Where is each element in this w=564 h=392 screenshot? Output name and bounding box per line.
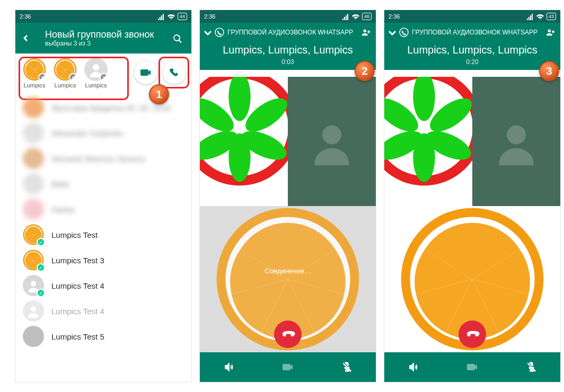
step-badge-1: 1 — [149, 84, 169, 104]
call-toolbar — [200, 352, 376, 382]
chip-name: Lumpics — [55, 82, 76, 88]
wifi-icon — [351, 13, 360, 20]
battery-level: 43 — [547, 13, 556, 20]
avatar-placeholder-icon — [492, 118, 540, 165]
screen-call-connecting: 2:36 46 ГРУППОВОЙ АУДИОЗВОНОК WHATSAPP L… — [199, 10, 376, 382]
list-item[interactable]: Dasha — [15, 197, 191, 222]
battery-level: 46 — [362, 13, 372, 20]
call-toolbar — [384, 352, 560, 382]
status-time: 2:36 — [204, 13, 215, 20]
selected-chip[interactable]: ✕ Lumpics — [21, 58, 48, 88]
check-icon: ✓ — [37, 238, 45, 246]
wifi-icon — [536, 13, 544, 20]
status-bar: 2:36 43 — [384, 10, 560, 23]
avatar-placeholder-icon — [308, 118, 356, 165]
connecting-label: Соединение… — [265, 266, 311, 274]
speaker-button[interactable] — [220, 358, 238, 376]
wifi-icon — [167, 13, 175, 20]
list-item[interactable]: Alexandr Beerose Луганск — [15, 146, 191, 171]
participants-names: Lumpics, Lumpics, Lumpics — [384, 44, 560, 56]
list-item[interactable]: ✓Lumpics Test 3 — [15, 247, 191, 273]
chevron-down-icon[interactable] — [204, 29, 212, 36]
remove-icon[interactable]: ✕ — [38, 73, 46, 81]
chevron-down-icon[interactable] — [389, 29, 396, 36]
check-icon: ✓ — [37, 289, 45, 297]
video-toggle-button[interactable] — [463, 358, 481, 376]
call-type-label: ГРУППОВОЙ АУДИОЗВОНОК WHATSAPP — [227, 29, 358, 36]
remove-icon[interactable]: ✕ — [100, 73, 108, 81]
chip-name: Lumpics — [85, 82, 107, 88]
check-icon: ✓ — [37, 263, 45, 272]
participants-names: Lumpics, Lumpics, Lumpics — [200, 44, 376, 56]
call-type-label: ГРУППОВОЙ АУДИОЗВОНОК WHATSAPP — [412, 29, 542, 36]
participant-tile — [472, 77, 560, 206]
participant-tile — [384, 206, 560, 352]
status-bar: 2:36 46 — [200, 10, 376, 23]
signal-icon — [157, 13, 165, 20]
list-item[interactable]: Lumpics Test 4 — [15, 298, 191, 324]
audio-call-button[interactable] — [163, 61, 186, 84]
step-badge-2: 2 — [355, 61, 375, 81]
contact-list[interactable]: Ярослава Кредитка 05. 03. 2018 Alexander… — [15, 95, 191, 382]
avatar-green-red-icon — [200, 77, 288, 188]
speaker-button[interactable] — [404, 358, 422, 376]
add-participant-icon[interactable] — [361, 28, 372, 37]
whatsapp-icon — [215, 28, 224, 37]
mute-button[interactable] — [522, 358, 540, 376]
hangup-button[interactable] — [459, 320, 486, 348]
chip-name: Lumpics — [24, 82, 46, 88]
call-timer: 0:03 — [200, 58, 376, 66]
list-item[interactable]: Bella — [15, 171, 191, 197]
call-grid: Соединение… — [200, 77, 376, 352]
header: Новый групповой звонок выбраны 3 из 3 — [15, 23, 191, 54]
list-item[interactable]: Lumpics Test 5 — [15, 324, 191, 349]
call-status-row: ГРУППОВОЙ АУДИОЗВОНОК WHATSAPP — [384, 23, 560, 42]
participant-tile — [200, 77, 288, 206]
mute-button[interactable] — [338, 358, 356, 376]
avatar-placeholder-icon — [27, 304, 40, 318]
back-button[interactable] — [19, 29, 37, 47]
participant-tile — [288, 77, 376, 206]
video-toggle-button[interactable] — [279, 358, 297, 376]
selected-chip[interactable]: ✕ Lumpics — [51, 58, 79, 88]
add-participant-icon[interactable] — [545, 28, 556, 37]
selected-chip[interactable]: ✕ Lumpics — [82, 58, 110, 88]
video-call-button[interactable] — [134, 61, 157, 84]
step-badge-3: 3 — [539, 61, 559, 81]
call-status-row: ГРУППОВОЙ АУДИОЗВОНОК WHATSAPP — [200, 23, 376, 42]
call-grid — [384, 77, 560, 352]
status-time: 2:36 — [20, 13, 31, 20]
header-title: Новый групповой звонок — [45, 29, 168, 40]
header-subtitle: выбраны 3 из 3 — [45, 40, 168, 47]
call-timer: 0:20 — [384, 58, 560, 66]
status-time: 2:36 — [389, 13, 400, 20]
status-bar: 2:36 44 — [15, 10, 191, 23]
avatar-green-red-icon — [384, 77, 472, 188]
participant-tile: Соединение… — [200, 206, 376, 352]
screen-call-active: 2:36 43 ГРУППОВОЙ АУДИОЗВОНОК WHATSAPP L… — [384, 10, 561, 382]
signal-icon — [526, 13, 534, 20]
search-button[interactable] — [168, 29, 186, 47]
hangup-button[interactable] — [274, 320, 302, 348]
remove-icon[interactable]: ✕ — [69, 73, 77, 81]
participant-tile — [384, 77, 472, 206]
list-item[interactable]: Alexander Osipenko — [15, 120, 191, 146]
whatsapp-icon — [399, 28, 409, 37]
battery-level: 44 — [178, 13, 187, 20]
list-item[interactable]: ✓Lumpics Test 4 — [15, 273, 191, 298]
screen-new-group-call: 2:36 44 Новый групповой звонок выбраны 3… — [15, 10, 192, 382]
list-item[interactable]: ✓Lumpics Test — [15, 222, 191, 247]
signal-icon — [342, 13, 349, 20]
